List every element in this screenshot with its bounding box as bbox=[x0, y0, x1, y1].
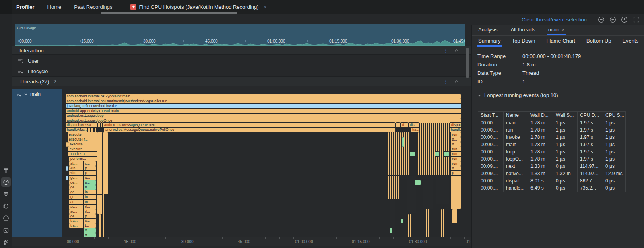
build-hammer-icon[interactable] bbox=[1, 165, 11, 175]
table-row[interactable]: 00:00....loop1.78 m1 µs1.97 s1 µs bbox=[478, 148, 625, 155]
track-row-user[interactable]: User bbox=[12, 56, 471, 66]
table-row[interactable]: 00:00....invoke1.78 m1 µs1.97 s1 µs bbox=[478, 134, 625, 141]
track-row-lifecycle[interactable]: Lifecycle bbox=[12, 66, 471, 76]
flame-block[interactable]: c... bbox=[84, 161, 96, 166]
problems-icon[interactable] bbox=[1, 213, 11, 223]
flame-block[interactable]: att... bbox=[69, 161, 83, 166]
flame-block[interactable]: java.lang.reflect.Method.invoke bbox=[66, 104, 461, 108]
tab-all-threads[interactable]: All threads bbox=[510, 27, 536, 35]
flame-block[interactable] bbox=[415, 180, 421, 185]
flame-block[interactable]: ac... bbox=[69, 205, 83, 209]
flame-block[interactable] bbox=[388, 132, 401, 175]
table-row[interactable]: 00:00....main1.78 m1 µs1.97 s1 µs bbox=[478, 119, 625, 126]
flame-block[interactable]: android.os.Looper.loopOnce bbox=[66, 118, 461, 123]
flame-block[interactable]: t... bbox=[84, 223, 96, 228]
flame-block[interactable]: <in... bbox=[69, 166, 83, 171]
tab-flame-chart[interactable]: Flame Chart bbox=[545, 38, 576, 47]
section-collapse-chevron-icon[interactable] bbox=[477, 93, 481, 97]
zoom-to-selection-icon[interactable] bbox=[632, 16, 640, 24]
thread-expand-chevron-icon[interactable] bbox=[24, 92, 28, 96]
flame-block[interactable] bbox=[88, 128, 90, 132]
terminal-icon[interactable] bbox=[1, 225, 11, 235]
flame-block[interactable]: d... bbox=[451, 137, 461, 142]
flame-block[interactable] bbox=[423, 176, 433, 209]
tab-events[interactable]: Events bbox=[621, 38, 639, 47]
flame-block[interactable] bbox=[390, 228, 392, 233]
flame-block[interactable] bbox=[426, 209, 430, 237]
flame-block[interactable] bbox=[101, 123, 102, 127]
interaction-section-header[interactable]: Interaction ⋮ bbox=[12, 46, 471, 55]
logcat-cat-icon[interactable] bbox=[1, 201, 11, 211]
flame-block[interactable]: o... bbox=[84, 228, 96, 233]
flame-block[interactable] bbox=[410, 152, 415, 156]
flame-block[interactable]: tra... bbox=[69, 219, 83, 223]
timeline-scrollbar-thumb[interactable] bbox=[466, 48, 469, 78]
flame-block[interactable]: tra... bbox=[69, 223, 83, 228]
threads-help-icon[interactable]: ? bbox=[53, 79, 56, 85]
flame-block[interactable]: com.android.internal.os.ZygoteInit.main bbox=[66, 94, 461, 99]
flame-block[interactable]: d... bbox=[84, 233, 96, 237]
zoom-in-icon[interactable] bbox=[609, 16, 617, 24]
flame-block[interactable]: ge... bbox=[69, 190, 83, 194]
flame-block[interactable]: ge... bbox=[69, 214, 83, 219]
flame-block[interactable]: android.os.MessageQueue.nativePollOnce bbox=[104, 128, 395, 132]
interaction-menu-icon[interactable]: ⋮ bbox=[443, 48, 448, 54]
flame-block[interactable]: ac... bbox=[69, 200, 83, 204]
flame-block[interactable]: run bbox=[451, 147, 461, 151]
flame-block[interactable] bbox=[436, 176, 449, 204]
flame-block[interactable] bbox=[66, 176, 68, 180]
flame-block[interactable]: s... bbox=[84, 185, 96, 190]
tab-find-cpu-hotspots[interactable]: Find CPU Hotspots (Java/Kotlin Method Re… bbox=[126, 0, 271, 14]
flame-block[interactable] bbox=[401, 219, 403, 223]
table-row[interactable]: 00:00....handle...6.49 s0 µs735.2...0 µs bbox=[478, 184, 625, 192]
flame-block[interactable]: p... bbox=[84, 171, 96, 175]
flame-block[interactable]: executeTr... bbox=[68, 137, 97, 142]
flame-block[interactable]: execute bbox=[68, 147, 97, 151]
tab-summary[interactable]: Summary bbox=[477, 38, 502, 47]
flame-block[interactable]: d... bbox=[401, 123, 408, 127]
flame-block[interactable] bbox=[452, 209, 457, 223]
threads-menu-icon[interactable]: ⋮ bbox=[443, 79, 448, 85]
reset-zoom-icon[interactable] bbox=[620, 16, 628, 24]
flame-block[interactable]: ge... bbox=[69, 180, 83, 185]
flame-block[interactable]: execute... bbox=[68, 142, 97, 147]
flame-block[interactable] bbox=[91, 128, 93, 132]
flame-block[interactable]: p... bbox=[84, 166, 96, 171]
thread-main-panel[interactable]: main bbox=[12, 89, 62, 237]
flame-block[interactable]: rl... bbox=[84, 205, 96, 209]
flame-block[interactable] bbox=[408, 214, 412, 237]
table-row[interactable]: 00:00....main1.78 m1 µs1.97 s1 µs bbox=[478, 141, 625, 148]
threads-section-header[interactable]: Threads (27) ? ⋮ bbox=[12, 76, 471, 86]
tab-main-thread[interactable]: main× bbox=[547, 27, 566, 35]
tab-analysis[interactable]: Analysis bbox=[477, 27, 498, 35]
table-row[interactable]: 00:09....next1.33 m0 µs114.97...0 µs bbox=[478, 163, 625, 170]
table-row[interactable]: 00:00....dispat...8.01 s0 µs862.7...0 µs bbox=[478, 177, 625, 184]
profiler-gauge-icon[interactable] bbox=[1, 177, 11, 187]
longest-events-header[interactable]: Longest running events (top 10) bbox=[477, 92, 638, 98]
flame-block[interactable]: s... bbox=[84, 180, 96, 185]
flame-block[interactable]: run bbox=[451, 132, 461, 137]
flame-block[interactable] bbox=[441, 209, 444, 237]
flame-block[interactable]: d... bbox=[451, 166, 461, 171]
flame-block[interactable]: ha... bbox=[411, 128, 419, 132]
flame-block[interactable]: dis... bbox=[409, 123, 419, 127]
zoom-out-icon[interactable] bbox=[597, 16, 605, 24]
flame-block[interactable]: rl... bbox=[84, 209, 96, 214]
tab-past-recordings[interactable]: Past Recordings bbox=[74, 4, 112, 10]
flame-block[interactable]: perform... bbox=[69, 157, 97, 161]
flame-block[interactable]: dispatc... bbox=[450, 123, 461, 127]
clear-selection-link[interactable]: Clear thread/event selection bbox=[522, 17, 587, 23]
version-control-icon[interactable] bbox=[1, 238, 11, 247]
thread-main-row[interactable]: main bbox=[12, 89, 62, 97]
flame-block[interactable] bbox=[99, 214, 101, 237]
flame-block[interactable] bbox=[66, 166, 68, 171]
threads-collapse-icon[interactable] bbox=[454, 79, 460, 84]
flame-block[interactable]: handleMes... bbox=[66, 128, 87, 132]
flame-block[interactable] bbox=[396, 123, 400, 127]
flame-block[interactable]: ge... bbox=[69, 195, 83, 199]
flame-block[interactable] bbox=[444, 152, 449, 156]
flame-block[interactable] bbox=[66, 142, 68, 147]
flame-block[interactable]: in... bbox=[84, 195, 96, 199]
flame-block[interactable] bbox=[98, 123, 100, 127]
flame-block[interactable]: com.android.internal.os.RuntimeInit$Meth… bbox=[66, 99, 461, 103]
